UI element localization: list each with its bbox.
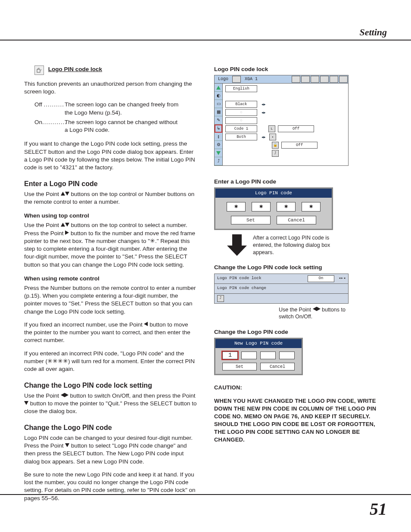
logo-lock-heading: Logo PIN code lock	[48, 66, 102, 72]
pin-cell	[241, 352, 257, 359]
top-control-heading: When using top control	[24, 212, 197, 220]
text: button to move the pointer to "Quit." Pr…	[24, 400, 197, 414]
sidebar-icon: ⫿	[215, 133, 222, 141]
point-down-icon	[65, 192, 69, 196]
top-control-para: Use the Point buttons on the top control…	[24, 221, 197, 268]
down-arrow-icon	[227, 234, 247, 258]
lock-l-icon: L	[268, 125, 275, 132]
point-left-icon	[313, 307, 317, 311]
pin-cell-active: 1	[222, 352, 238, 359]
exit-icon: ⤴	[272, 150, 279, 157]
enter-pin-intro: Use the Point buttons on the top control…	[24, 190, 197, 206]
footer-rule	[0, 494, 411, 495]
menu-icon	[339, 76, 348, 83]
sidebar-icon: ✎	[215, 116, 222, 124]
pin-cells: ✱ ✱ ✱ ✱	[220, 202, 327, 212]
text: Use the Point	[24, 392, 61, 399]
pin-cell: ✱	[277, 202, 296, 212]
lr-arrow-icon: ◂▸	[262, 110, 266, 115]
new-pin-title: New Logo PIN code	[215, 339, 302, 348]
on-desc-line2: a Logo PIN code.	[65, 126, 109, 134]
page-number: 51	[370, 499, 387, 519]
lock-row-label: Logo PIN code lock	[215, 276, 306, 281]
menu-icon	[311, 76, 319, 83]
text: Use the Point	[24, 191, 61, 197]
remote-control-p3: If you entered an incorrect PIN code, "L…	[24, 350, 197, 373]
scroll-up-icon	[215, 84, 222, 92]
menu-mode-label: XGA 1	[241, 76, 261, 82]
pin-cell	[279, 352, 295, 359]
osd-value: English	[225, 85, 257, 92]
menu-icon	[232, 76, 241, 83]
left-column: Logo PIN code lock This function prevent…	[24, 65, 197, 507]
logo-lock-intro: This function prevents an unauthorized p…	[24, 80, 197, 96]
sidebar-icon: ◐	[215, 92, 222, 100]
osd-value-dim: ○	[225, 117, 257, 124]
content-columns: Logo PIN code lock This function prevent…	[24, 65, 387, 507]
enter-pin-heading: Enter a Logo PIN code	[24, 179, 197, 189]
pin-cancel-button: Cancel	[260, 363, 295, 370]
point-up-icon	[61, 192, 65, 196]
pin-cell: ✱	[252, 202, 271, 212]
pin-cell: ✱	[227, 202, 246, 212]
point-right-icon	[317, 307, 321, 311]
page-section-title: Setting	[359, 27, 387, 38]
sidebar-icon: ⚙	[215, 141, 222, 149]
osd-figure: Logo XGA 1 ◐ ▭ ▦ ✎ ↳ ⫿ ⚙	[214, 75, 349, 166]
osd-value: Code 1	[225, 125, 257, 132]
pin-cancel-button: Cancel	[277, 216, 316, 224]
off-term: Off	[34, 101, 42, 108]
menu-icon	[292, 76, 300, 83]
scroll-down-icon	[215, 149, 222, 157]
pin-cell	[260, 352, 276, 359]
pin-dialog: Logo PIN code ✱ ✱ ✱ ✱ Set Cancel	[214, 187, 333, 230]
menu-icon	[301, 76, 310, 83]
lr-arrow-icon: ◂▸	[262, 102, 266, 107]
exit-icon: ⤴	[217, 295, 224, 302]
on-definition: On............ The screen logo cannot be…	[24, 118, 197, 134]
sidebar-icon: ▭	[215, 100, 222, 108]
after-note: After a correct Logo PIN code is entered…	[253, 234, 339, 256]
logo-lock-para: If you want to change the Logo PIN code …	[24, 140, 197, 171]
remote-control-heading: When using remote control	[24, 275, 197, 283]
change-code-figure-heading: Change the Logo PIN code	[214, 328, 387, 336]
change-code-p2: Be sure to note the new Logo PIN code an…	[24, 471, 197, 502]
pin-set-button: Set	[222, 363, 257, 370]
point-down-icon	[65, 443, 69, 447]
sidebar-icon: ▦	[215, 108, 222, 116]
remote-control-p2: If you fixed an incorrect number, use th…	[24, 321, 197, 345]
pin-set-button: Set	[231, 216, 271, 224]
osd-heading: Logo PIN code lock	[214, 65, 387, 73]
lock-icon: 🔒	[272, 142, 279, 149]
off-definition: Off .......... The screen logo can be ch…	[24, 101, 197, 116]
header-rule	[0, 40, 411, 40]
change-code-p1: Logo PIN code can be changed to your des…	[24, 434, 197, 466]
point-right-icon	[65, 393, 68, 397]
osd-value: Black	[225, 101, 257, 108]
menu-logo-label: Logo	[215, 76, 232, 82]
enter-pin-figure-heading: Enter a Logo PIN code	[214, 178, 387, 186]
remote-control-p1: Press the Number buttons on the remote c…	[24, 284, 197, 316]
on-term: On	[34, 119, 42, 125]
osd-value: Both	[225, 134, 257, 140]
osd-menubar: Logo XGA 1	[215, 75, 348, 84]
new-pin-dialog: New Logo PIN code 1 Set Cancel	[214, 338, 303, 375]
pin-cell: ✱	[302, 202, 321, 212]
leader-dots: ..........	[44, 101, 65, 108]
leader-dots: ............	[42, 119, 67, 125]
off-desc-line1: The screen logo can be changed freely fr…	[65, 101, 178, 109]
page: Setting Logo PIN code lock This function…	[0, 0, 411, 532]
lr-arrow-icon: ◂▸◂	[336, 276, 348, 281]
menu-icon	[320, 76, 329, 83]
exit-icon: ⤴	[215, 157, 222, 165]
arrow-and-note: After a correct Logo PIN code is entered…	[227, 234, 387, 258]
caution-body: WHEN YOU HAVE CHANGED THE LOGO PIN CODE,…	[214, 397, 387, 444]
menu-icon	[330, 76, 338, 83]
pin-dialog-title: Logo PIN code	[215, 189, 332, 198]
text: Use the Point	[279, 307, 313, 313]
lock-panel: Logo PIN code lock On ◂▸◂ Logo PIN code …	[214, 274, 349, 304]
osd-value: Off	[278, 125, 314, 132]
point-down-icon	[65, 223, 69, 227]
off-desc-line2: the Logo Menu (p.54).	[65, 109, 122, 117]
lr-arrow-icon: ◂▸	[262, 134, 266, 140]
